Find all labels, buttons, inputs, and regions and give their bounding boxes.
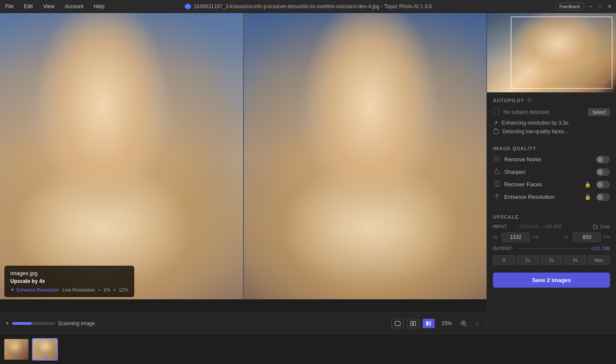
input-label: INPUT (493, 224, 515, 229)
spinner-icon (493, 129, 499, 135)
enhancing-status-text: Enhancing resolution by 3.3x. (502, 120, 569, 126)
autopilot-section: AUTOPILOT ⚙ No subject detected. Select … (487, 93, 616, 141)
w-unit: PX (532, 235, 539, 240)
select-button[interactable]: Select (588, 108, 610, 116)
recover-faces-lock-icon: 🔒 (584, 182, 591, 188)
svg-line-12 (496, 157, 498, 160)
window-title: 1648631187_3-krasavica-info-p-krasivie-d… (194, 3, 432, 9)
input-row: INPUT | ORIGINAL ~193.8KB Crop (493, 224, 610, 229)
scale-4x-button[interactable]: 4x (564, 255, 586, 265)
titlebar-menu: File Edit View Account Help (3, 3, 106, 10)
output-label: OUTPUT (493, 246, 515, 251)
filmstrip-menu-1[interactable]: ⋮ (22, 340, 28, 347)
scanning-status: ▼ Scanning image (5, 320, 195, 326)
scale-max-button[interactable]: Max (588, 255, 610, 265)
quality-header: IMAGE QUALITY (493, 146, 610, 151)
pct-tag: • (98, 287, 100, 292)
remove-noise-toggle[interactable] (596, 156, 610, 163)
svg-rect-14 (494, 181, 499, 186)
menu-edit[interactable]: Edit (22, 3, 35, 10)
menu-help[interactable]: Help (92, 3, 106, 10)
menu-account[interactable]: Account (63, 3, 85, 10)
scale-s-button[interactable]: S (493, 255, 515, 265)
svg-marker-0 (185, 3, 191, 9)
width-input[interactable] (502, 232, 530, 242)
input-sep: | ORIGINAL (517, 224, 540, 229)
view-split-button[interactable] (407, 319, 419, 328)
svg-rect-4 (426, 321, 429, 326)
collapse-icon[interactable]: ▼ (5, 321, 9, 326)
save-button[interactable]: Save 2 images (493, 273, 610, 288)
zoom-level: 25% (438, 320, 455, 326)
image-panel-right (244, 13, 487, 299)
svg-marker-13 (494, 169, 499, 174)
pct1-tag: 1% (104, 287, 111, 292)
recover-faces-label: Recover Faces (504, 181, 581, 188)
view-single-button[interactable] (392, 319, 404, 328)
quality-title: IMAGE QUALITY (493, 146, 536, 151)
svg-rect-5 (429, 321, 431, 326)
subject-row: No subject detected. Select (493, 108, 610, 116)
zoom-in-button[interactable] (459, 319, 468, 328)
close-button[interactable]: ✕ (607, 3, 613, 9)
recover-faces-icon (493, 180, 501, 188)
zoom-control-button[interactable]: ⌕ (472, 319, 481, 328)
main-content: images.jpg Upscale by 4x ✦ Enhance Resol… (0, 13, 616, 334)
app-logo-icon (184, 3, 191, 10)
enhance-resolution-lock-icon: 🔒 (584, 194, 591, 200)
thumb-overlay (487, 13, 616, 92)
output-row: OUTPUT +311.7KB (493, 246, 610, 251)
filmstrip-item-1[interactable]: ⋮ (3, 338, 29, 361)
enhancing-status-row: ↗ Enhancing resolution by 3.3x. (493, 119, 610, 126)
titlebar: File Edit View Account Help 1648631187_3… (0, 0, 616, 13)
svg-rect-17 (594, 225, 597, 229)
svg-line-7 (465, 325, 467, 326)
enhance-resolution-toggle[interactable] (596, 193, 610, 201)
sharpen-toggle[interactable] (596, 168, 610, 176)
feedback-button[interactable]: Feedback (556, 3, 584, 10)
sharpen-row: Sharpen (493, 168, 610, 176)
bottom-toolbar: ▼ Scanning image 25% (0, 312, 486, 334)
svg-point-15 (496, 182, 498, 185)
scale-buttons: S 1x 2x 4x Max (493, 255, 610, 265)
view-compare-button[interactable] (423, 319, 435, 328)
menu-file[interactable]: File (3, 3, 15, 10)
right-panel: AUTOPILOT ⚙ No subject detected. Select … (486, 13, 616, 334)
minimize-button[interactable]: ─ (588, 3, 594, 9)
menu-view[interactable]: View (41, 3, 56, 10)
image-filename: images.jpg (10, 270, 128, 276)
scale-2x-button[interactable]: 2x (540, 255, 562, 265)
upscale-section: UPSCALE INPUT | ORIGINAL ~193.8KB Crop W… (487, 210, 616, 292)
detecting-status-row: Detecting low-quality faces... (493, 129, 610, 135)
svg-rect-10 (493, 108, 499, 114)
crop-icon (593, 224, 598, 229)
thumbnail-image (487, 13, 616, 92)
filmstrip-item-2[interactable]: ⋮ (32, 338, 58, 361)
crop-button[interactable]: Crop (593, 224, 610, 229)
thumbnail-section (487, 13, 616, 93)
input-size: ~193.8KB (543, 224, 562, 229)
autopilot-header: AUTOPILOT ⚙ (493, 97, 610, 104)
recover-faces-toggle[interactable] (596, 181, 610, 188)
pct2-sep: • (114, 287, 115, 292)
w-label: W (493, 235, 499, 240)
sparkle-icon: ✦ (10, 287, 15, 293)
gear-icon[interactable]: ⚙ (527, 97, 532, 104)
filmstrip-menu-2[interactable]: ⋮ (50, 340, 56, 347)
recover-faces-row: Recover Faces 🔒 (493, 180, 610, 188)
filmstrip-active-indicator (44, 356, 46, 358)
svg-rect-3 (414, 321, 416, 326)
titlebar-controls: Feedback ─ □ ✕ (556, 3, 613, 10)
remove-noise-row: Remove Noise (493, 155, 610, 163)
output-size: +311.7KB (591, 246, 610, 251)
enhance-resolution-icon (493, 193, 501, 201)
remove-noise-label: Remove Noise (504, 156, 593, 163)
height-input[interactable] (573, 232, 601, 242)
scale-1x-button[interactable]: 1x (517, 255, 539, 265)
sharpen-icon (493, 168, 501, 176)
autopilot-title: AUTOPILOT (493, 98, 524, 103)
svg-point-16 (496, 195, 498, 197)
h-label: H (564, 235, 570, 240)
maximize-button[interactable]: □ (597, 3, 603, 9)
image-after (244, 13, 487, 299)
